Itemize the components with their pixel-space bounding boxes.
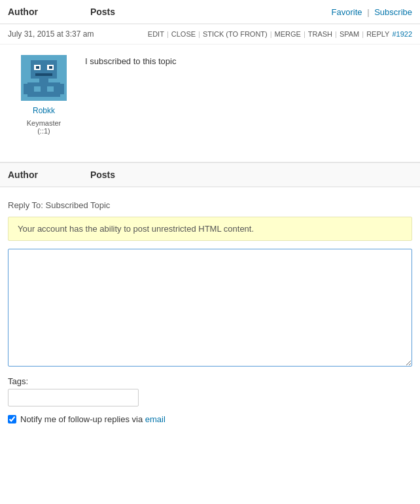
post-actions: EDIT | CLOSE | STICK (TO FRONT) | MERGE …	[148, 30, 412, 38]
reply-section: Reply To: Subscribed Topic Your account …	[0, 187, 420, 435]
svg-rect-12	[47, 86, 54, 92]
author-name-link[interactable]: Robkk	[33, 106, 55, 115]
avatar	[21, 55, 67, 101]
header-links: Favorite | Subscribe	[332, 7, 412, 17]
notify-checkbox[interactable]	[8, 415, 16, 423]
posts-header: Posts	[90, 7, 115, 17]
author-badge: (::1)	[37, 127, 50, 135]
stick-action[interactable]: STICK (TO FRONT)	[203, 30, 268, 38]
notify-row: Notify me of follow-up replies via email	[8, 414, 412, 424]
notify-email-link[interactable]: email	[145, 414, 166, 424]
second-posts-header: Posts	[90, 170, 115, 180]
second-table-header: Author Posts	[0, 162, 420, 187]
post-id-link[interactable]: #1922	[392, 30, 412, 38]
close-action[interactable]: CLOSE	[171, 30, 196, 38]
notice-box: Your account has the ability to post unr…	[8, 217, 412, 241]
second-author-header: Author	[8, 170, 38, 180]
svg-rect-5	[49, 66, 52, 69]
edit-action[interactable]: EDIT	[148, 30, 164, 38]
spam-action[interactable]: SPAM	[340, 30, 359, 38]
notify-label: Notify me of follow-up replies via email	[20, 414, 166, 424]
svg-rect-6	[35, 73, 52, 76]
table-header: Author Posts Favorite | Subscribe	[0, 0, 420, 24]
reply-action[interactable]: REPLY	[366, 30, 389, 38]
author-role: Keymaster (::1)	[27, 119, 61, 135]
svg-rect-8	[27, 82, 60, 97]
post-meta-row: July 31, 2015 at 3:37 am EDIT | CLOSE | …	[0, 24, 420, 45]
merge-action[interactable]: MERGE	[275, 30, 301, 38]
reply-title: Reply To: Subscribed Topic	[8, 200, 412, 210]
svg-rect-10	[59, 84, 64, 94]
tags-row: Tags:	[8, 376, 412, 406]
header-cols: Author Posts	[8, 7, 115, 17]
tags-input[interactable]	[8, 389, 139, 406]
trash-action[interactable]: TRASH	[308, 30, 332, 38]
post-date: July 31, 2015 at 3:37 am	[8, 29, 94, 39]
svg-rect-11	[34, 86, 41, 92]
subscribe-link[interactable]: Subscribe	[374, 7, 412, 17]
svg-rect-9	[24, 84, 29, 94]
post-content: I subscribed to this topic	[80, 55, 412, 151]
svg-rect-7	[39, 79, 48, 82]
post-body-area: Robkk Keymaster (::1) I subscribed to th…	[0, 45, 420, 162]
author-header: Author	[8, 7, 38, 17]
author-column: Robkk Keymaster (::1)	[8, 55, 80, 151]
favorite-link[interactable]: Favorite	[332, 7, 362, 17]
reply-textarea[interactable]	[8, 249, 412, 367]
tags-label: Tags:	[8, 376, 412, 386]
svg-rect-4	[36, 66, 39, 69]
separator: |	[367, 7, 369, 17]
